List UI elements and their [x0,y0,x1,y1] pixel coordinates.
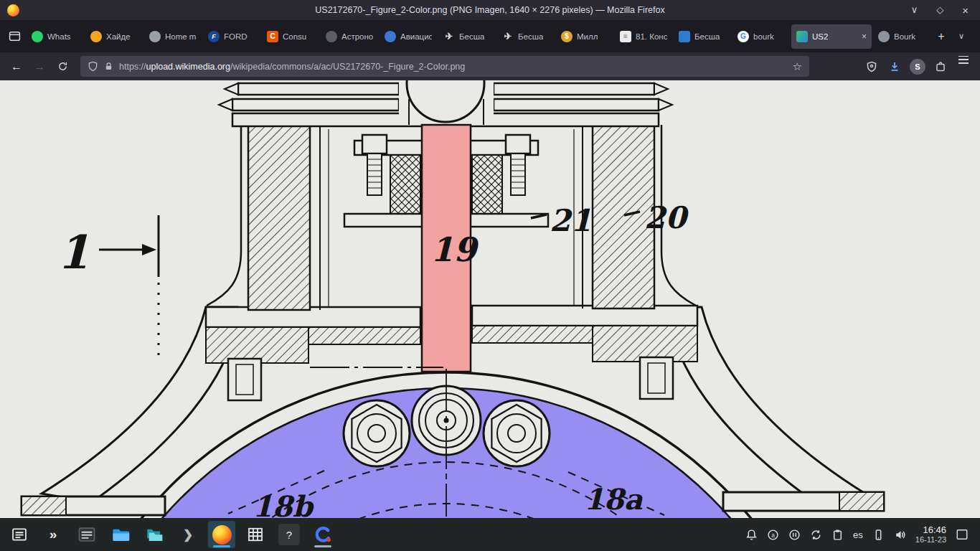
document-icon [620,31,631,42]
sync-arrows-icon[interactable] [810,529,822,541]
window-titlebar: US2172670-_Figure_2-Color.png (PNG Image… [0,0,980,20]
task-list-icon[interactable] [73,521,100,548]
download-icon[interactable] [884,56,905,77]
tab-bourke[interactable]: Bourk [873,24,930,49]
figure-label-20: 20 [644,200,689,235]
viewer-app-icon[interactable]: ? [275,521,303,548]
volume-icon[interactable] [894,529,906,541]
tab-bar: Whats Хайде Home ma FORD Consu Астроном … [0,20,980,52]
right-base [723,492,884,511]
clock[interactable]: 16:46 16-11-23 [915,524,946,545]
system-tray: a es 16:46 16-11-23 [745,524,974,545]
file-manager-icon[interactable] [107,521,134,548]
desktop-taskbar: » ❯ ? a es [0,518,980,551]
tab-bourke-search[interactable]: bourk [732,24,790,49]
shield-extension-icon[interactable] [861,56,882,77]
new-tab-button[interactable] [931,27,951,47]
reload-button[interactable] [52,56,73,77]
tab-label: Bourk [894,32,915,41]
tab-home[interactable]: Home ma [144,24,202,49]
figure-label-18a: 18a [584,482,644,516]
page-content-image-view[interactable]: 1 19 21 20 18a 18b [0,80,980,518]
clipboard-icon[interactable] [831,529,844,541]
close-tab-icon[interactable] [862,32,867,42]
site-icon [326,31,337,42]
folders-icon[interactable] [141,521,168,548]
pager-icon[interactable] [6,521,33,548]
url-path: /wikipedia/commons/a/ac/US2172670-_Figur… [230,62,465,72]
launcher-chevrons-icon[interactable]: » [39,521,67,548]
menu-hamburger-icon[interactable] [953,56,974,77]
site-icon [878,31,890,42]
maximize-icon[interactable] [936,4,943,17]
cylinder-head-fins [219,80,672,126]
tab-besha-3[interactable]: Бесша [674,24,731,49]
globe-icon [149,31,161,42]
airplane-icon [502,31,514,42]
tab-label: Хайде [106,32,131,41]
close-icon[interactable] [962,4,969,17]
list-all-tabs-icon[interactable] [951,27,971,47]
figure-label-19: 19 [430,230,479,269]
tab-besha-2[interactable]: Бесша [497,24,555,49]
figure-label-21: 21 [550,203,591,238]
doc-icon [679,31,690,42]
input-method-icon[interactable]: a [767,529,779,541]
whatsapp-icon [32,31,43,42]
extension-puzzle-icon[interactable] [930,56,951,77]
media-pause-icon[interactable] [788,529,801,541]
tab-label: bourk [753,32,774,41]
tab-whatsapp[interactable]: Whats [27,24,84,49]
tab-label: Whats [47,32,71,41]
svg-text:a: a [771,531,775,538]
show-desktop-icon[interactable] [956,528,969,541]
tab-label: Бесша [459,32,484,41]
tab-label: Авиацио [400,32,432,41]
tab-ford[interactable]: FORD [203,24,260,49]
paint-app-icon[interactable] [309,521,336,548]
right-bolt [484,400,550,466]
airplane-icon [443,31,455,42]
tab-besha-1[interactable]: Бесша [438,24,496,49]
image-icon [796,31,808,42]
firefox-taskbar-icon[interactable] [208,521,235,548]
notifications-bell-icon[interactable] [745,529,758,541]
terminal-icon[interactable]: ❯ [174,521,202,548]
forward-button[interactable] [29,56,50,77]
tracking-shield-icon[interactable] [88,61,98,72]
firefox-logo-icon [7,4,19,17]
tab-mill[interactable]: Милл [556,24,613,49]
money-bag-icon [561,31,573,42]
lock-icon [104,62,113,71]
left-bolt [344,400,410,466]
clock-time: 16:46 [915,524,946,536]
tab-astronom[interactable]: Астроном [321,24,378,49]
figure-label-1: 1 [57,225,90,279]
tab-label: 81. Консп [636,32,667,41]
firefox-view-icon[interactable] [3,25,26,48]
google-icon [738,31,749,42]
device-icon[interactable] [872,529,885,541]
url-bar[interactable]: https://upload.wikimedia.org/wikipedia/c… [80,56,809,77]
minimize-icon[interactable] [911,4,918,17]
tab-hayde[interactable]: Хайде [85,24,143,49]
left-base [22,496,165,515]
tab-label: US2 [812,32,828,41]
tab-konsp[interactable]: 81. Консп [615,24,672,49]
tab-aviacio[interactable]: Авиацио [380,24,437,49]
back-button[interactable] [6,56,27,77]
url-text[interactable]: https://upload.wikimedia.org/wikipedia/c… [119,62,787,72]
clock-date: 16-11-23 [915,535,946,545]
tab-label: FORD [224,32,248,41]
tab-label: Бесша [518,32,543,41]
spreadsheet-icon[interactable] [242,521,269,548]
url-protocol: https:// [119,62,146,72]
tab-consu[interactable]: Consu [262,24,319,49]
keyboard-layout[interactable]: es [853,529,863,540]
tab-label: Астроном [341,32,373,41]
account-avatar[interactable]: S [910,59,925,75]
site-icon [90,31,102,42]
bookmark-star-icon[interactable] [793,60,802,73]
question-icon: ? [278,524,300,545]
tab-us2172670-active[interactable]: US2 [791,24,872,49]
